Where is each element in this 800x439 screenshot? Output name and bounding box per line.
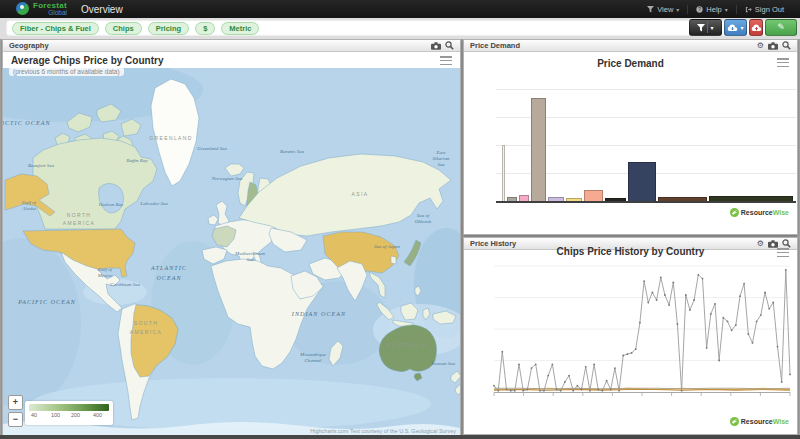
data-point[interactable] <box>597 389 599 391</box>
demand-bar[interactable] <box>658 197 707 201</box>
filter-tag[interactable]: Chips <box>105 22 142 35</box>
data-point[interactable] <box>772 302 774 304</box>
data-point[interactable] <box>497 390 499 392</box>
demand-bar[interactable] <box>709 196 793 201</box>
data-point[interactable] <box>727 321 729 323</box>
data-point[interactable] <box>627 353 629 355</box>
data-point[interactable] <box>506 389 508 391</box>
zoom-magnifier-icon[interactable] <box>445 41 454 50</box>
data-point[interactable] <box>739 295 741 297</box>
data-point[interactable] <box>622 355 624 357</box>
upload-button[interactable] <box>749 19 763 36</box>
data-point[interactable] <box>568 375 570 377</box>
data-point[interactable] <box>543 390 545 392</box>
line-chart-plot[interactable] <box>492 262 794 410</box>
caret-down-icon[interactable]: ▾ <box>710 24 713 31</box>
data-point[interactable] <box>660 276 662 278</box>
data-point[interactable] <box>493 385 495 387</box>
data-point[interactable] <box>656 299 658 301</box>
data-point[interactable] <box>743 283 745 285</box>
data-point[interactable] <box>756 321 758 323</box>
data-point[interactable] <box>581 389 583 391</box>
demand-bar[interactable] <box>566 198 582 201</box>
data-point[interactable] <box>706 347 708 349</box>
data-point[interactable] <box>672 282 674 284</box>
data-point[interactable] <box>589 390 591 392</box>
data-point[interactable] <box>560 390 562 392</box>
chart-menu-icon[interactable] <box>777 248 789 257</box>
data-point[interactable] <box>514 390 516 392</box>
data-point[interactable] <box>714 303 716 305</box>
camera-icon[interactable] <box>768 42 778 50</box>
data-point[interactable] <box>527 389 529 391</box>
caret-down-icon[interactable]: ▾ <box>740 24 743 31</box>
demand-bar[interactable] <box>502 145 505 201</box>
data-point[interactable] <box>606 380 608 382</box>
demand-bar[interactable] <box>584 190 603 201</box>
geography-panel-header[interactable]: Geography <box>3 40 460 52</box>
data-point[interactable] <box>768 308 770 310</box>
data-point[interactable] <box>643 280 645 282</box>
data-point[interactable] <box>518 363 520 365</box>
data-point[interactable] <box>760 314 762 316</box>
data-point[interactable] <box>764 292 766 294</box>
data-point[interactable] <box>789 374 791 376</box>
price-demand-panel-header[interactable]: Price Demand ⚙ <box>464 40 797 52</box>
export-download-button[interactable]: ▾ <box>724 19 747 36</box>
data-point[interactable] <box>685 294 687 296</box>
chart-menu-icon[interactable] <box>777 58 789 67</box>
gear-icon[interactable]: ⚙ <box>757 42 764 50</box>
data-point[interactable] <box>572 390 574 392</box>
data-point[interactable] <box>564 381 566 383</box>
demand-bar[interactable] <box>531 98 546 201</box>
map-zoom-in-button[interactable]: + <box>8 395 23 410</box>
filter-tag[interactable]: Pricing <box>148 22 189 35</box>
data-point[interactable] <box>531 367 533 369</box>
demand-bar[interactable] <box>507 197 517 201</box>
map-zoom-out-button[interactable]: − <box>8 412 23 427</box>
data-point[interactable] <box>664 294 666 296</box>
demand-bar[interactable] <box>605 198 626 201</box>
data-point[interactable] <box>602 390 604 392</box>
filter-button[interactable]: ▾ <box>689 19 722 36</box>
camera-icon[interactable] <box>431 42 441 50</box>
data-point[interactable] <box>731 329 733 331</box>
data-point[interactable] <box>631 352 633 354</box>
data-point[interactable] <box>777 346 779 348</box>
data-point[interactable] <box>718 360 720 362</box>
data-point[interactable] <box>610 389 612 391</box>
data-point[interactable] <box>647 302 649 304</box>
data-point[interactable] <box>693 299 695 301</box>
data-point[interactable] <box>556 389 558 391</box>
data-point[interactable] <box>635 348 637 350</box>
topmenu-sign-out[interactable]: Sign Out <box>736 5 792 14</box>
data-point[interactable] <box>501 351 503 353</box>
data-point[interactable] <box>681 390 683 392</box>
filter-tag[interactable]: Metric <box>221 22 259 35</box>
data-point[interactable] <box>593 363 595 365</box>
zoom-magnifier-icon[interactable] <box>782 41 791 50</box>
world-map[interactable]: ARCTIC OCEANGREENLANDGreenland SeaBeaufo… <box>3 68 460 436</box>
data-point[interactable] <box>547 375 549 377</box>
data-point[interactable] <box>668 304 670 306</box>
filter-tag[interactable]: $ <box>195 22 215 35</box>
data-point[interactable] <box>552 363 554 365</box>
bar-chart-plot[interactable] <box>496 89 796 203</box>
data-point[interactable] <box>535 363 537 365</box>
data-point[interactable] <box>752 342 754 344</box>
data-point[interactable] <box>577 385 579 387</box>
data-point[interactable] <box>747 333 749 335</box>
data-point[interactable] <box>781 381 783 383</box>
data-point[interactable] <box>722 317 724 319</box>
map-color-legend[interactable]: 40100200400 <box>25 401 113 425</box>
filter-tag[interactable]: Fiber - Chips & Fuel <box>12 22 99 35</box>
brand-logo[interactable]: Forestat Global <box>16 2 67 16</box>
data-point[interactable] <box>677 323 679 325</box>
topmenu-help[interactable]: ?Help▾ <box>687 5 735 14</box>
data-point[interactable] <box>652 292 654 294</box>
topmenu-view[interactable]: View▾ <box>639 5 687 14</box>
data-point[interactable] <box>618 390 620 392</box>
data-point[interactable] <box>689 309 691 311</box>
data-point[interactable] <box>710 313 712 315</box>
data-point[interactable] <box>697 274 699 276</box>
